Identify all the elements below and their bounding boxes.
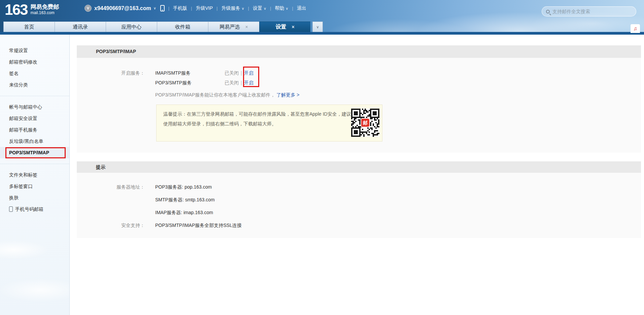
menu-upgrade-services[interactable]: 升级服务∨ [221,5,244,11]
section-title-pop3-smtp-imap: POP3/SMTP/IMAP [77,45,641,58]
tab-settings[interactable]: 设置× [259,22,310,32]
service-status: 已关闭 [225,79,239,87]
separator: | [292,6,293,11]
sidebar-item-mobile-number-mail[interactable]: 手机号码邮箱 [0,203,69,215]
service-row: POP3/SMTP服务 已关闭 | 开启 [77,79,641,87]
menu-help[interactable]: 帮助∨ [275,5,288,11]
divider [0,164,69,164]
account-bar: V x944906697@163.com ∨ | 手机版 | 升级VIP | 升… [84,5,306,12]
tab-app-center[interactable]: 应用中心 [106,22,157,32]
tab-home[interactable]: 首页 [3,22,55,32]
warm-tip-text: 温馨提示：在第三方登录网易邮箱，可能存在邮件泄露风险，甚至危害Apple ID安… [163,109,354,129]
sidebar-item-incoming-classification[interactable]: 来信分类 [0,79,69,90]
separator: | [216,6,217,11]
service-description: POP3/SMTP/IMAP服务能让你在本地客户端上收发邮件，了解更多 > [155,91,641,98]
mail-settings-page: 163 网易免费邮 mail.163.com V x944906697@163.… [0,0,644,315]
tab-yanxuan[interactable]: 网易严选× [208,22,259,32]
server-row: SMTP服务器: smtp.163.com [77,196,641,204]
separator: | [241,79,242,87]
logo-163: 163 [5,2,27,17]
learn-more-link[interactable]: 了解更多 > [276,92,299,97]
sidebar-item-security-settings[interactable]: 邮箱安全设置 [0,113,69,124]
brand-domain: mail.163.com [30,10,59,15]
sidebar-item-mobile-service[interactable]: 邮箱手机服务 [0,124,69,135]
mobile-phone-icon[interactable] [160,5,165,11]
separator: | [270,6,271,11]
music-player-icon[interactable]: ♫ [631,24,640,33]
logo[interactable]: 163 网易免费邮 mail.163.com [5,2,59,17]
tab-inbox[interactable]: 收件箱 [157,22,208,32]
search-input[interactable] [552,9,630,14]
section-title-hint: 提示 [77,161,641,173]
sidebar-item-account-center[interactable]: 帐号与邮箱中心 [0,101,69,113]
menu-logout[interactable]: 退出 [297,5,306,11]
chevron-down-icon: ∨ [285,6,288,10]
section-body-hint: 服务器地址： POP3服务器: pop.163.com SMTP服务器: smt… [77,173,641,238]
server-row: IMAP服务器: imap.163.com [77,208,641,216]
imap-server-address: IMAP服务器: imap.163.com [155,208,213,216]
brand-name: 网易免费邮 [30,4,59,10]
server-row: 服务器地址： POP3服务器: pop.163.com [77,183,641,191]
service-group-label: 开启服务： [77,69,145,77]
separator: | [168,6,169,11]
separator: | [191,6,192,11]
chevron-down-icon: ∨ [264,6,266,10]
tab-list-chevron-down-icon[interactable]: ∨ [312,22,323,32]
menu-upgrade-vip[interactable]: 升级VIP [196,5,213,11]
service-status: 已关闭 [225,69,239,77]
warm-tip-box: 温馨提示：在第三方登录网易邮箱，可能存在邮件泄露风险，甚至危害Apple ID安… [156,105,382,142]
chevron-down-icon: ∨ [241,6,244,10]
service-row: 开启服务： IMAP/SMTP服务 已关闭 | 开启 [77,69,641,77]
tab-bar: 首页 通讯录 应用中心 收件箱 网易严选× 设置× ∨ [3,22,323,32]
separator: | [241,69,242,77]
sidebar-item-general-settings[interactable]: 常规设置 [0,45,69,56]
vip-badge-icon: V [84,5,92,12]
sidebar-item-folders-labels[interactable]: 文件夹和标签 [0,169,69,181]
main-content: POP3/SMTP/IMAP 开启服务： IMAP/SMTP服务 已关闭 | 开… [77,35,641,238]
phone-icon [9,206,13,212]
enable-imap-smtp-link[interactable]: 开启 [244,69,253,77]
section-body-services: 开启服务： IMAP/SMTP服务 已关闭 | 开启 POP3/SMTP服务 已… [77,58,641,153]
account-email[interactable]: x944906697@163.com [94,5,151,11]
mail-search-box[interactable] [542,6,636,16]
account-chevron-down-icon[interactable]: ∨ [154,6,156,10]
sidebar-item-signature[interactable]: 签名 [0,68,69,79]
pop3-server-address: POP3服务器: pop.163.com [155,183,212,191]
sidebar-item-skin[interactable]: 换肤 [0,192,69,203]
tab-contacts[interactable]: 通讯录 [55,22,106,32]
qr-code: 邮 [351,109,379,137]
sidebar-item-multitab-window[interactable]: 多标签窗口 [0,181,69,192]
separator: | [248,6,249,11]
search-icon [546,10,550,13]
service-name: POP3/SMTP服务 [155,79,225,87]
sidebar-item-password-change[interactable]: 邮箱密码修改 [0,56,69,68]
settings-sidebar: 常规设置 邮箱密码修改 签名 来信分类 帐号与邮箱中心 邮箱安全设置 邮箱手机服… [0,35,70,315]
security-value: POP3/SMTP/IMAP服务全部支持SSL连接 [155,221,242,229]
security-row: 安全支持： POP3/SMTP/IMAP服务全部支持SSL连接 [77,221,641,229]
enable-pop3-smtp-link[interactable]: 开启 [244,79,253,87]
sidebar-item-antispam[interactable]: 反垃圾/黑白名单 [0,135,69,147]
menu-mobile-version[interactable]: 手机版 [173,5,187,11]
server-address-label: 服务器地址： [77,183,145,191]
service-name: IMAP/SMTP服务 [155,69,225,77]
tab-bar-underline [0,32,644,35]
mail-master-qr-badge: 邮 [361,118,370,127]
security-label: 安全支持： [77,221,145,229]
close-icon[interactable]: × [245,25,248,29]
sidebar-item-pop3-smtp-imap[interactable]: POP3/SMTP/IMAP [0,147,69,158]
smtp-server-address: SMTP服务器: smtp.163.com [155,196,215,204]
close-icon[interactable]: × [292,25,294,29]
divider [0,96,69,96]
menu-settings[interactable]: 设置∨ [253,5,266,11]
